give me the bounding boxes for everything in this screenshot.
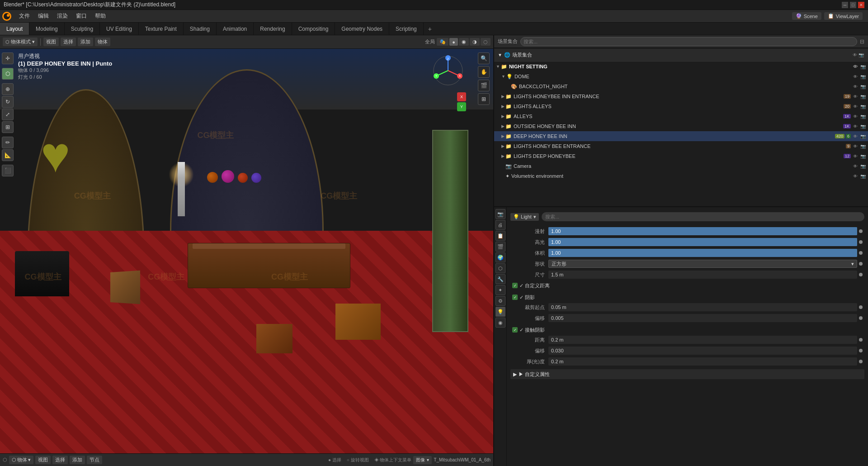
item-eye-volumetric[interactable]: 👁 — [852, 173, 859, 179]
item-eye-deep-honey[interactable]: 👁 — [852, 133, 859, 139]
thickness-dot[interactable] — [859, 360, 863, 363]
menu-help[interactable]: 帮助 — [91, 11, 109, 21]
footer-image-selector[interactable]: 图像 ▾ — [413, 456, 432, 464]
window-controls[interactable]: ─ □ ✕ — [842, 2, 864, 8]
view-menu[interactable]: 视图 — [43, 38, 59, 46]
volume-dot[interactable] — [859, 251, 863, 255]
item-eye-alleys[interactable]: 👁 — [852, 113, 859, 119]
item-render-backcloth[interactable]: 📷 — [860, 83, 866, 90]
distance-dot[interactable] — [859, 338, 863, 342]
footer-node[interactable]: 节点 — [87, 456, 102, 464]
tab-sculpting[interactable]: Sculpting — [65, 23, 100, 35]
tab-scripting[interactable]: Scripting — [389, 23, 424, 35]
properties-search[interactable] — [545, 214, 861, 219]
menu-edit[interactable]: 编辑 — [34, 11, 52, 21]
footer-mode[interactable]: ⬡ 物体 ▾ — [9, 456, 33, 464]
size-value[interactable]: 1.5 m — [548, 271, 857, 279]
outliner-item-outside[interactable]: ▶ 📁 OUTSIDE HONEY BEE INN 1K 👁 📷 — [494, 121, 868, 131]
prop-view-layer-btn[interactable]: 📋 — [495, 231, 505, 241]
shadow-checkbox[interactable]: ✓ — [512, 295, 518, 300]
volume-value[interactable]: 1.00 — [548, 249, 857, 257]
shadow-section[interactable]: ✓ ✓ 阴影 — [510, 292, 864, 302]
item-eye-lights-entrance[interactable]: 👁 — [852, 143, 859, 149]
prop-data-btn[interactable]: 💡 — [495, 307, 505, 317]
contact-shadow-section[interactable]: ✓ ✓ 接触阴影 — [510, 325, 864, 335]
scene-eye-btn[interactable]: 👁 — [852, 52, 858, 58]
tab-texture-paint[interactable]: Texture Paint — [139, 23, 184, 35]
bias-dot[interactable] — [859, 316, 863, 320]
viewport-shading-wire[interactable]: ◌ — [481, 38, 491, 46]
menu-window[interactable]: 窗口 — [72, 11, 90, 21]
tab-modeling[interactable]: Modeling — [29, 23, 65, 35]
item-render-lights-deep[interactable]: 📷 — [860, 153, 866, 159]
item-render-volumetric[interactable]: 📷 — [860, 173, 866, 179]
thickness-value[interactable]: 0.2 m — [548, 357, 857, 366]
outliner-filter-btn[interactable]: ⊟ — [860, 38, 864, 45]
diffuse-value[interactable]: 1.00 — [548, 227, 857, 235]
item-eye-lights-alleys[interactable]: 👁 — [852, 103, 859, 109]
viewport-canvas[interactable]: ♥ — [0, 49, 493, 453]
item-render-dome[interactable]: 📷 — [860, 73, 866, 80]
prop-modifier-btn[interactable]: 🔧 — [495, 274, 505, 284]
outliner-item-camera[interactable]: ▶ 📷 Camera 👁 📷 — [494, 161, 868, 171]
outliner-item-backcloth[interactable]: ▶ 🎨 BACKCLOTH_NIGHT 👁 📷 — [494, 81, 868, 91]
item-eye-lights-honeybee[interactable]: 👁 — [852, 93, 859, 100]
footer-select[interactable]: 选择 — [52, 456, 68, 464]
item-render-outside[interactable]: 📷 — [860, 123, 866, 129]
close-button[interactable]: ✕ — [858, 2, 864, 8]
outliner-item-dome[interactable]: ▼ 💡 DOME 👁 📷 — [494, 71, 868, 81]
item-render-deep-honey[interactable]: 📷 — [860, 133, 866, 139]
prop-header-dropdown[interactable]: 💡 Light ▾ — [510, 213, 539, 221]
specular-dot[interactable] — [859, 240, 863, 244]
custom-properties-header[interactable]: ▶ ▶ 自定义属性 — [510, 369, 864, 379]
select-menu[interactable]: 选择 — [61, 38, 76, 46]
item-eye-backcloth[interactable]: 👁 — [852, 83, 859, 90]
footer-view[interactable]: 视图 — [35, 456, 51, 464]
outliner-item-lights-alleys[interactable]: ▶ 📁 LIGHTS ALLEYS 20 👁 📷 — [494, 101, 868, 111]
viewport-shading-solid[interactable]: ● — [449, 38, 458, 46]
prop-world-btn[interactable]: 🌍 — [495, 252, 505, 262]
tab-uv-editing[interactable]: UV Editing — [100, 23, 139, 35]
outliner-item-lights-entrance[interactable]: ▶ 📁 LIGHTS HONEY BEE ENTRANCE 9 👁 📷 — [494, 141, 868, 151]
item-render-lights-entrance[interactable]: 📷 — [860, 143, 866, 149]
scene-selector[interactable]: 🔮 Scene — [792, 12, 821, 20]
item-eye-dome[interactable]: 👁 — [852, 73, 859, 80]
prop-render-btn[interactable]: 📷 — [495, 209, 505, 219]
item-eye-outside[interactable]: 👁 — [852, 123, 859, 129]
item-render-camera[interactable]: 📷 — [860, 163, 866, 169]
shape-dropdown[interactable]: 正方形 ▾ — [548, 260, 857, 268]
custom-distance-checkbox[interactable]: ✓ — [512, 283, 518, 288]
view-layer-selector[interactable]: 📋 ViewLayer — [824, 12, 863, 20]
outliner-item-lights-deep[interactable]: ▶ 📁 LIGHTS DEEP HONEYBEE 12 👁 📷 — [494, 151, 868, 161]
pan-button[interactable]: ✋ — [478, 66, 490, 78]
annotate-tool[interactable]: ✏ — [2, 137, 14, 148]
move-tool[interactable]: ⊕ — [2, 83, 14, 95]
zoom-button[interactable]: 🔍 — [478, 52, 490, 64]
custom-distance-section[interactable]: ✓ ✓ 自定义距离 — [510, 281, 864, 290]
item-eye-1[interactable]: 👁 — [852, 63, 859, 70]
bias-value[interactable]: 0.005 — [548, 314, 857, 322]
outliner-item-lights-honeybee[interactable]: ▶ 📁 LIGHTS HONEYBEE INN ENTRANCE 19 👁 📷 — [494, 91, 868, 101]
viewport-shading-material[interactable]: ◉ — [459, 38, 469, 46]
item-render-1[interactable]: 📷 — [860, 63, 866, 70]
menu-file[interactable]: 文件 — [15, 11, 33, 21]
item-render-lights-honeybee[interactable]: 📷 — [860, 93, 866, 100]
y-orient-button[interactable]: Y — [457, 102, 466, 111]
tab-layout[interactable]: Layout — [0, 23, 29, 35]
shape-dot[interactable] — [859, 262, 863, 266]
contact-bias-dot[interactable] — [859, 349, 863, 352]
tab-compositing[interactable]: Compositing — [292, 23, 335, 35]
distance-value[interactable]: 0.2 m — [548, 336, 857, 344]
tab-shading[interactable]: Shading — [184, 23, 217, 35]
viewport-shading-render[interactable]: ◑ — [470, 38, 480, 46]
tab-rendering[interactable]: Rendering — [254, 23, 292, 35]
rotate-tool[interactable]: ↻ — [2, 96, 14, 108]
outliner-item-deep-honey[interactable]: ▶ 📁 DEEP HONEY BEE INN 420 6 👁 📷 — [494, 131, 868, 141]
add-menu[interactable]: 添加 — [78, 38, 93, 46]
measure-tool[interactable]: 📐 — [2, 149, 14, 161]
x-orient-button[interactable]: X — [457, 92, 466, 101]
contact-bias-value[interactable]: 0.030 — [548, 347, 857, 355]
prop-particles-btn[interactable]: ✦ — [495, 285, 505, 295]
item-eye-lights-deep[interactable]: 👁 — [852, 153, 859, 159]
prop-physics-btn[interactable]: ⚙ — [495, 296, 505, 306]
